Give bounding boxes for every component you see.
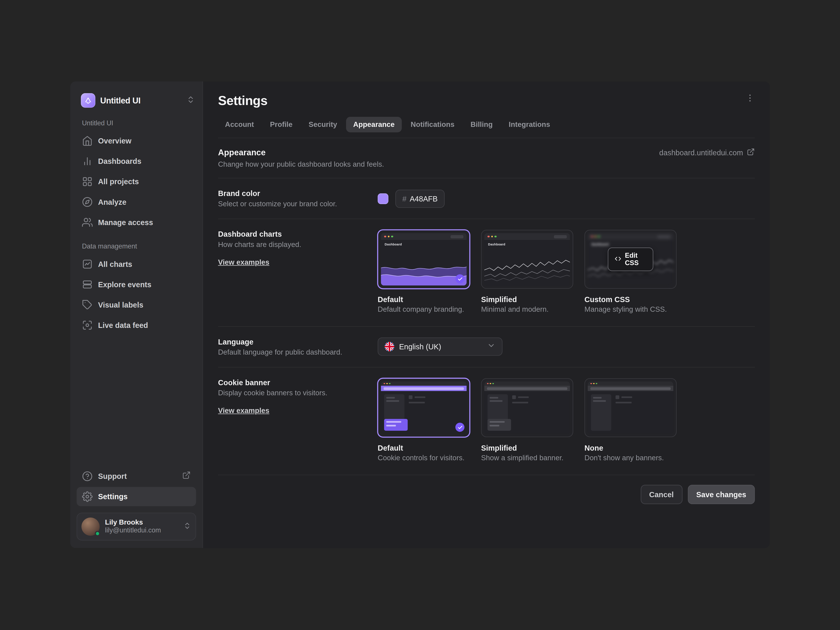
preview-title: Dashboard — [592, 243, 609, 246]
tab-account[interactable]: Account — [218, 117, 261, 133]
sidebar-item-all-projects[interactable]: All projects — [77, 172, 196, 191]
workspace-switcher[interactable]: Untitled UI — [77, 93, 196, 107]
selected-check-icon — [455, 423, 465, 432]
chart-preview-simplified: Dashboard — [484, 233, 570, 286]
view-examples-link[interactable]: View examples — [218, 407, 270, 415]
preview-browser-chrome — [588, 382, 674, 386]
sidebar-item-overview[interactable]: Overview — [77, 131, 196, 150]
sidebar-item-all-charts[interactable]: All charts — [77, 254, 196, 274]
hex-value: A48AFB — [410, 194, 438, 203]
cookie-preview-none — [588, 382, 674, 434]
preview-body — [484, 391, 570, 434]
preview-address-bar — [384, 387, 464, 390]
brand-color-swatch[interactable] — [378, 193, 388, 204]
view-examples-link[interactable]: View examples — [218, 258, 270, 266]
app-window: Untitled UI Untitled UI Overview Dashboa… — [70, 81, 770, 548]
preview-browser-chrome — [588, 233, 674, 240]
sidebar-item-visual-labels[interactable]: Visual labels — [77, 295, 196, 314]
sidebar-item-explore-events[interactable]: Explore events — [77, 275, 196, 294]
tab-integrations[interactable]: Integrations — [502, 117, 557, 133]
sidebar-item-manage-access[interactable]: Manage access — [77, 213, 196, 232]
domain-text: dashboard.untitledui.com — [659, 148, 743, 157]
section-header-text: Appearance Change how your public dashbo… — [218, 148, 384, 168]
preview-browser-chrome — [484, 233, 570, 240]
brand-color-row: Brand color Select or customize your bra… — [218, 178, 755, 219]
language-row: Language Default language for public das… — [218, 327, 755, 368]
preview-side-panel — [591, 394, 611, 431]
cookie-option-name: None — [584, 444, 677, 452]
chart-option-default: Dashboard — [378, 230, 470, 313]
cookie-option-description: Cookie controls for visitors. — [378, 454, 470, 462]
chart-style-options: Dashboard — [378, 230, 755, 313]
help-circle-icon — [82, 471, 93, 482]
external-link-icon — [182, 471, 191, 482]
traffic-dot-green — [598, 235, 600, 238]
tab-profile[interactable]: Profile — [263, 117, 300, 133]
tab-appearance[interactable]: Appearance — [346, 117, 402, 133]
traffic-dot-yellow — [594, 235, 596, 238]
chart-option-default-card[interactable]: Dashboard — [378, 230, 470, 289]
chevron-selector-icon[interactable] — [186, 95, 195, 106]
app-logo-icon — [81, 93, 95, 107]
cookie-option-simplified-card[interactable] — [481, 378, 573, 437]
chart-preview-default: Dashboard — [381, 233, 467, 286]
traffic-dot-yellow — [388, 235, 390, 238]
sidebar-item-support[interactable]: Support — [77, 467, 196, 486]
more-menu-icon[interactable] — [745, 93, 755, 105]
tab-security[interactable]: Security — [302, 117, 344, 133]
app-name: Untitled UI — [100, 96, 141, 105]
traffic-dot-yellow — [386, 383, 388, 384]
sidebar-item-settings[interactable]: Settings — [77, 487, 196, 506]
cookie-option-default: Default Cookie controls for visitors. — [378, 378, 470, 462]
sidebar-item-dashboards[interactable]: Dashboards — [77, 152, 196, 171]
traffic-dot-yellow — [593, 383, 594, 384]
traffic-dot-red — [487, 383, 488, 384]
desktop-background: Untitled UI Untitled UI Overview Dashboa… — [0, 0, 840, 630]
brand-color-label: Brand color — [218, 189, 378, 197]
section-title: Appearance — [218, 148, 384, 158]
cancel-button[interactable]: Cancel — [641, 485, 682, 504]
brand-color-input[interactable]: # A48AFB — [395, 189, 445, 208]
preview-skeleton-row — [512, 402, 528, 403]
preview-address-pill — [451, 235, 464, 238]
tab-billing[interactable]: Billing — [464, 117, 500, 133]
chevron-selector-icon[interactable] — [183, 521, 191, 532]
cookie-option-none-card[interactable] — [584, 378, 677, 437]
chart-option-description: Minimal and modern. — [481, 305, 573, 313]
language-select[interactable]: English (UK) — [378, 338, 503, 356]
cookie-banner-labels: Cookie banner Display cookie banners to … — [218, 378, 378, 462]
edit-css-button[interactable]: Edit CSS — [608, 248, 653, 271]
traffic-dot-red — [488, 235, 489, 238]
dashboard-charts-row: Dashboard charts How charts are displaye… — [218, 219, 755, 327]
tab-notifications[interactable]: Notifications — [404, 117, 461, 133]
sidebar-item-live-data-feed[interactable]: Live data feed — [77, 316, 196, 335]
user-account-card[interactable]: Lily Brooks lily@untitledui.com — [77, 513, 196, 540]
org-label: Untitled UI — [77, 120, 196, 127]
cookie-banner-row: Cookie banner Display cookie banners to … — [218, 368, 755, 475]
sidebar: Untitled UI Untitled UI Overview Dashboa… — [70, 81, 203, 548]
chart-option-simplified-card[interactable]: Dashboard — [481, 230, 573, 289]
line-chart-icon — [82, 259, 93, 270]
dashboard-domain-link[interactable]: dashboard.untitledui.com — [659, 148, 755, 158]
traffic-dot-green — [493, 383, 494, 384]
preview-address-pill — [657, 235, 670, 238]
edit-css-button-label: Edit CSS — [625, 252, 646, 267]
preview-toolbar — [484, 386, 570, 391]
online-status-dot — [95, 531, 100, 536]
section-header: Appearance Change how your public dashbo… — [218, 138, 755, 178]
compass-icon — [82, 197, 93, 207]
sidebar-item-analyze[interactable]: Analyze — [77, 192, 196, 212]
sidebar-nav-footer: Support Settings — [77, 467, 196, 506]
cookie-option-default-card[interactable] — [378, 378, 470, 437]
traffic-dot-red — [384, 383, 385, 384]
page-header: Settings — [218, 93, 755, 108]
chart-option-custom-css-card[interactable]: Dashboard Edit CSS — [584, 230, 677, 289]
dashboard-charts-label: Dashboard charts — [218, 230, 378, 238]
mini-line-chart — [484, 254, 570, 286]
traffic-dot-green — [596, 383, 597, 384]
chart-option-custom-css: Dashboard Edit CSS — [584, 230, 677, 313]
sidebar-nav-main: Overview Dashboards All projects Analyze… — [77, 131, 196, 232]
save-changes-button[interactable]: Save changes — [688, 485, 755, 504]
sidebar-spacer — [77, 335, 196, 467]
users-icon — [82, 217, 93, 228]
